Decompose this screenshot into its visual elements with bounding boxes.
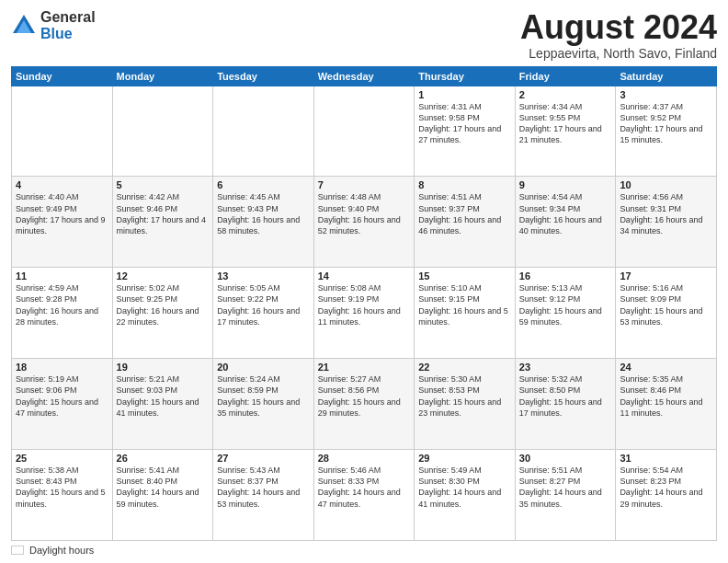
day-number: 8 bbox=[418, 179, 511, 190]
day-number: 15 bbox=[418, 270, 511, 282]
calendar-cell: 9Sunrise: 4:54 AM Sunset: 9:34 PM Daylig… bbox=[515, 177, 616, 268]
calendar-table: SundayMondayTuesdayWednesdayThursdayFrid… bbox=[11, 66, 717, 541]
calendar-cell: 11Sunrise: 4:59 AM Sunset: 9:28 PM Dayli… bbox=[12, 268, 113, 359]
day-number: 2 bbox=[519, 89, 612, 100]
calendar-header-thursday: Thursday bbox=[415, 66, 516, 86]
day-info: Sunrise: 5:46 AM Sunset: 8:33 PM Dayligh… bbox=[318, 465, 411, 510]
legend-label: Daylight hours bbox=[29, 545, 94, 556]
day-number: 12 bbox=[117, 270, 210, 282]
day-info: Sunrise: 5:30 AM Sunset: 8:53 PM Dayligh… bbox=[418, 373, 511, 419]
day-info: Sunrise: 5:02 AM Sunset: 9:25 PM Dayligh… bbox=[117, 282, 210, 327]
day-info: Sunrise: 5:13 AM Sunset: 9:12 PM Dayligh… bbox=[519, 282, 612, 327]
day-info: Sunrise: 4:31 AM Sunset: 9:58 PM Dayligh… bbox=[418, 101, 511, 146]
day-info: Sunrise: 4:45 AM Sunset: 9:43 PM Dayligh… bbox=[217, 191, 310, 236]
day-info: Sunrise: 5:43 AM Sunset: 8:37 PM Dayligh… bbox=[217, 465, 310, 510]
day-info: Sunrise: 4:48 AM Sunset: 9:40 PM Dayligh… bbox=[318, 191, 411, 236]
day-info: Sunrise: 4:34 AM Sunset: 9:55 PM Dayligh… bbox=[519, 101, 612, 146]
month-year: August 2024 bbox=[520, 9, 717, 46]
day-info: Sunrise: 5:10 AM Sunset: 9:15 PM Dayligh… bbox=[418, 282, 511, 327]
calendar-week-4: 25Sunrise: 5:38 AM Sunset: 8:43 PM Dayli… bbox=[12, 450, 717, 541]
calendar-header-monday: Monday bbox=[112, 66, 213, 86]
calendar-header-tuesday: Tuesday bbox=[213, 66, 314, 86]
calendar-cell: 22Sunrise: 5:30 AM Sunset: 8:53 PM Dayli… bbox=[415, 359, 516, 450]
calendar-header-sunday: Sunday bbox=[12, 66, 113, 86]
day-number: 27 bbox=[217, 453, 310, 464]
day-number: 31 bbox=[620, 453, 712, 464]
calendar-cell: 21Sunrise: 5:27 AM Sunset: 8:56 PM Dayli… bbox=[313, 359, 415, 450]
logo-text: General Blue bbox=[40, 9, 96, 41]
calendar-cell: 24Sunrise: 5:35 AM Sunset: 8:46 PM Dayli… bbox=[616, 359, 717, 450]
day-number: 19 bbox=[117, 362, 210, 373]
calendar-cell: 30Sunrise: 5:51 AM Sunset: 8:27 PM Dayli… bbox=[515, 450, 616, 541]
location: Leppaevirta, North Savo, Finland bbox=[520, 46, 717, 61]
calendar-cell: 10Sunrise: 4:56 AM Sunset: 9:31 PM Dayli… bbox=[616, 177, 717, 268]
day-info: Sunrise: 5:41 AM Sunset: 8:40 PM Dayligh… bbox=[117, 465, 210, 510]
calendar-cell: 15Sunrise: 5:10 AM Sunset: 9:15 PM Dayli… bbox=[415, 268, 516, 359]
logo-blue-text: Blue bbox=[40, 26, 96, 42]
day-info: Sunrise: 5:54 AM Sunset: 8:23 PM Dayligh… bbox=[620, 465, 712, 510]
day-number: 11 bbox=[16, 270, 108, 282]
day-info: Sunrise: 5:32 AM Sunset: 8:50 PM Dayligh… bbox=[519, 373, 612, 419]
calendar-cell: 20Sunrise: 5:24 AM Sunset: 8:59 PM Dayli… bbox=[213, 359, 314, 450]
calendar-week-3: 18Sunrise: 5:19 AM Sunset: 9:06 PM Dayli… bbox=[12, 359, 717, 450]
day-info: Sunrise: 4:37 AM Sunset: 9:52 PM Dayligh… bbox=[620, 101, 712, 146]
day-number: 10 bbox=[620, 179, 712, 190]
day-number: 9 bbox=[519, 179, 612, 190]
calendar-cell: 29Sunrise: 5:49 AM Sunset: 8:30 PM Dayli… bbox=[415, 450, 516, 541]
calendar-cell: 12Sunrise: 5:02 AM Sunset: 9:25 PM Dayli… bbox=[112, 268, 213, 359]
day-number: 5 bbox=[117, 179, 210, 190]
calendar-cell: 3Sunrise: 4:37 AM Sunset: 9:52 PM Daylig… bbox=[616, 86, 717, 177]
calendar-cell: 17Sunrise: 5:16 AM Sunset: 9:09 PM Dayli… bbox=[616, 268, 717, 359]
day-number: 29 bbox=[418, 453, 511, 464]
day-number: 21 bbox=[318, 362, 411, 373]
logo: General Blue bbox=[11, 9, 96, 41]
calendar-cell: 25Sunrise: 5:38 AM Sunset: 8:43 PM Dayli… bbox=[12, 450, 113, 541]
logo-icon bbox=[11, 13, 37, 39]
calendar-cell: 8Sunrise: 4:51 AM Sunset: 9:37 PM Daylig… bbox=[415, 177, 516, 268]
day-info: Sunrise: 5:16 AM Sunset: 9:09 PM Dayligh… bbox=[620, 282, 712, 327]
day-number: 22 bbox=[418, 362, 511, 373]
day-number: 26 bbox=[117, 453, 210, 464]
calendar-week-2: 11Sunrise: 4:59 AM Sunset: 9:28 PM Dayli… bbox=[12, 268, 717, 359]
day-number: 4 bbox=[16, 179, 108, 190]
day-info: Sunrise: 5:21 AM Sunset: 9:03 PM Dayligh… bbox=[117, 373, 210, 419]
calendar-cell bbox=[213, 86, 314, 177]
day-number: 30 bbox=[519, 453, 612, 464]
calendar-cell: 16Sunrise: 5:13 AM Sunset: 9:12 PM Dayli… bbox=[515, 268, 616, 359]
day-number: 17 bbox=[620, 270, 712, 282]
calendar-cell: 27Sunrise: 5:43 AM Sunset: 8:37 PM Dayli… bbox=[213, 450, 314, 541]
day-info: Sunrise: 4:56 AM Sunset: 9:31 PM Dayligh… bbox=[620, 191, 712, 236]
day-number: 14 bbox=[318, 270, 411, 282]
calendar-cell: 4Sunrise: 4:40 AM Sunset: 9:49 PM Daylig… bbox=[12, 177, 113, 268]
calendar-cell: 26Sunrise: 5:41 AM Sunset: 8:40 PM Dayli… bbox=[112, 450, 213, 541]
day-number: 25 bbox=[16, 453, 108, 464]
day-number: 13 bbox=[217, 270, 310, 282]
logo-general-text: General bbox=[40, 9, 96, 26]
calendar-header-saturday: Saturday bbox=[616, 66, 717, 86]
calendar-cell: 18Sunrise: 5:19 AM Sunset: 9:06 PM Dayli… bbox=[12, 359, 113, 450]
calendar-cell bbox=[313, 86, 415, 177]
calendar-cell: 19Sunrise: 5:21 AM Sunset: 9:03 PM Dayli… bbox=[112, 359, 213, 450]
day-number: 18 bbox=[16, 362, 108, 373]
day-info: Sunrise: 4:54 AM Sunset: 9:34 PM Dayligh… bbox=[519, 191, 612, 236]
day-number: 7 bbox=[318, 179, 411, 190]
calendar-cell bbox=[12, 86, 113, 177]
calendar-cell: 5Sunrise: 4:42 AM Sunset: 9:46 PM Daylig… bbox=[112, 177, 213, 268]
day-info: Sunrise: 5:51 AM Sunset: 8:27 PM Dayligh… bbox=[519, 465, 612, 510]
page: General Blue August 2024 Leppaevirta, No… bbox=[0, 0, 728, 563]
calendar-cell: 1Sunrise: 4:31 AM Sunset: 9:58 PM Daylig… bbox=[415, 86, 516, 177]
day-info: Sunrise: 5:49 AM Sunset: 8:30 PM Dayligh… bbox=[418, 465, 511, 510]
calendar-cell bbox=[112, 86, 213, 177]
day-info: Sunrise: 4:51 AM Sunset: 9:37 PM Dayligh… bbox=[418, 191, 511, 236]
day-number: 24 bbox=[620, 362, 712, 373]
day-info: Sunrise: 4:59 AM Sunset: 9:28 PM Dayligh… bbox=[16, 282, 108, 327]
day-number: 3 bbox=[620, 89, 712, 100]
calendar-cell: 14Sunrise: 5:08 AM Sunset: 9:19 PM Dayli… bbox=[313, 268, 415, 359]
day-number: 23 bbox=[519, 362, 612, 373]
day-info: Sunrise: 5:35 AM Sunset: 8:46 PM Dayligh… bbox=[620, 373, 712, 419]
day-number: 6 bbox=[217, 179, 310, 190]
day-info: Sunrise: 5:19 AM Sunset: 9:06 PM Dayligh… bbox=[16, 373, 108, 419]
calendar-cell: 2Sunrise: 4:34 AM Sunset: 9:55 PM Daylig… bbox=[515, 86, 616, 177]
calendar-header-friday: Friday bbox=[515, 66, 616, 86]
calendar-cell: 28Sunrise: 5:46 AM Sunset: 8:33 PM Dayli… bbox=[313, 450, 415, 541]
